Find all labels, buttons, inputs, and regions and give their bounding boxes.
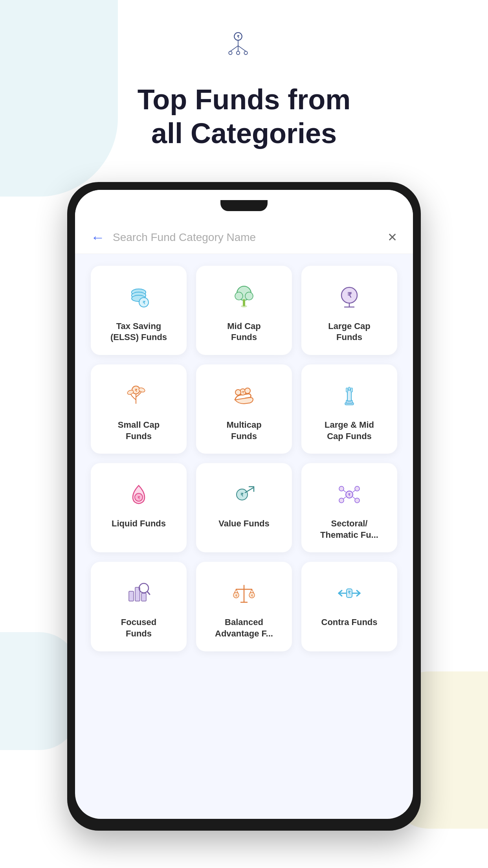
svg-line-49 xyxy=(353,490,355,492)
fund-label-large-cap: Large CapFunds xyxy=(328,321,371,343)
fund-card-small-cap[interactable]: ₹ Small CapFunds xyxy=(91,364,187,454)
svg-rect-54 xyxy=(141,593,146,601)
svg-rect-35 xyxy=(346,388,348,392)
fund-card-large-mid-cap[interactable]: Large & MidCap Funds xyxy=(301,364,397,454)
svg-text:₹: ₹ xyxy=(237,35,240,39)
fund-label-focused: FocusedFunds xyxy=(121,617,156,639)
scale-icon: ₹ ₹ xyxy=(228,577,260,609)
page-title: Top Funds from all Categories xyxy=(138,83,351,151)
fund-card-balanced[interactable]: ₹ ₹ BalancedAdvantage F... xyxy=(196,562,292,651)
coins-hand-icon: ₹ xyxy=(228,380,260,412)
chart-bar-icon xyxy=(123,577,154,609)
search-placeholder: Search Fund Category Name xyxy=(113,231,256,244)
fund-label-multicap: MulticapFunds xyxy=(226,419,261,442)
phone-screen: ← Search Fund Category Name ✕ xyxy=(75,190,413,819)
fund-card-multicap[interactable]: ₹ MulticapFunds xyxy=(196,364,292,454)
fund-label-small-cap: Small CapFunds xyxy=(118,419,160,442)
svg-text:₹: ₹ xyxy=(347,291,352,299)
phone-mockup: ← Search Fund Category Name ✕ xyxy=(67,182,421,831)
fund-card-value[interactable]: ₹ Value Funds xyxy=(196,463,292,552)
rupee-circle-icon: ₹ xyxy=(334,281,365,313)
svg-text:₹: ₹ xyxy=(135,388,138,393)
svg-text:₹: ₹ xyxy=(143,300,145,305)
svg-point-5 xyxy=(229,51,232,54)
svg-text:₹: ₹ xyxy=(348,590,351,596)
svg-line-48 xyxy=(343,490,346,492)
chess-icon xyxy=(334,380,365,412)
arrows-rupee-icon: ₹ xyxy=(334,577,365,609)
fund-label-contra: Contra Funds xyxy=(321,617,378,628)
svg-point-45 xyxy=(355,486,360,491)
fund-card-mid-cap[interactable]: Mid CapFunds xyxy=(196,266,292,355)
svg-text:₹: ₹ xyxy=(240,492,244,498)
fund-card-liquid[interactable]: ₹ Liquid Funds xyxy=(91,463,187,552)
phone-notch xyxy=(220,200,268,211)
fund-card-large-cap[interactable]: ₹ Large CapFunds xyxy=(301,266,397,355)
svg-line-50 xyxy=(353,497,355,499)
fund-card-tax-saving[interactable]: ₹ Tax Saving(ELSS) Funds xyxy=(91,266,187,355)
svg-point-47 xyxy=(339,498,344,503)
svg-text:₹: ₹ xyxy=(138,496,140,500)
svg-point-6 xyxy=(237,51,240,54)
svg-point-30 xyxy=(245,388,250,394)
fund-card-focused[interactable]: FocusedFunds xyxy=(91,562,187,651)
svg-line-4 xyxy=(238,46,246,51)
search-bar: ← Search Fund Category Name ✕ xyxy=(75,221,413,254)
svg-point-18 xyxy=(241,305,247,307)
fund-grid: ₹ Tax Saving(ELSS) Funds xyxy=(75,254,413,663)
search-input-area[interactable]: Search Fund Category Name xyxy=(113,231,380,244)
network-icon: ₹ xyxy=(334,479,365,510)
phone-notch-bar xyxy=(75,190,413,221)
close-button[interactable]: ✕ xyxy=(387,230,397,244)
svg-rect-36 xyxy=(351,388,352,392)
header-icon: ₹ xyxy=(224,31,264,71)
fund-card-sectoral[interactable]: ₹ Sectoral/Thema xyxy=(301,463,397,552)
fund-card-contra[interactable]: ₹ Contra Funds xyxy=(301,562,397,651)
svg-point-16 xyxy=(245,292,253,300)
fund-label-tax-saving: Tax Saving(ELSS) Funds xyxy=(110,321,167,343)
svg-text:₹: ₹ xyxy=(348,493,350,497)
svg-point-46 xyxy=(355,498,360,503)
coins-icon: ₹ xyxy=(123,281,154,313)
chart-arrow-icon: ₹ xyxy=(228,479,260,510)
svg-line-51 xyxy=(343,497,346,499)
svg-point-31 xyxy=(235,390,241,395)
back-button[interactable]: ← xyxy=(91,229,105,246)
svg-point-15 xyxy=(235,292,243,300)
fund-label-large-mid-cap: Large & MidCap Funds xyxy=(325,419,374,442)
svg-line-3 xyxy=(230,46,238,51)
svg-point-44 xyxy=(339,486,344,491)
svg-point-7 xyxy=(244,51,247,54)
fund-label-value: Value Funds xyxy=(218,518,270,530)
page-container: ₹ Top Funds from all Categories xyxy=(0,0,488,831)
svg-rect-37 xyxy=(349,387,350,390)
tree-icon xyxy=(228,281,260,313)
drop-icon: ₹ xyxy=(123,479,154,510)
svg-line-56 xyxy=(147,592,150,594)
plant-coin-icon: ₹ xyxy=(123,380,154,412)
fund-label-mid-cap: Mid CapFunds xyxy=(227,321,261,343)
fund-label-sectoral: Sectoral/Thematic Fu... xyxy=(320,518,378,541)
fund-label-liquid: Liquid Funds xyxy=(112,518,166,530)
fund-label-balanced: BalancedAdvantage F... xyxy=(215,617,273,639)
svg-rect-52 xyxy=(129,591,134,601)
